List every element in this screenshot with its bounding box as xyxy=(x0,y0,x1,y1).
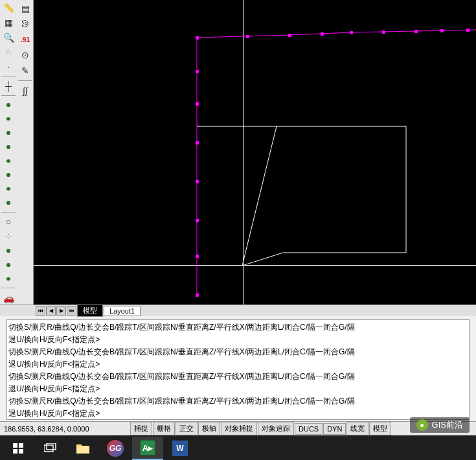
vertex-icon xyxy=(196,102,199,106)
vertex-icon xyxy=(414,30,418,33)
tool-point-icon[interactable]: · xyxy=(1,60,16,74)
cmd-line: 退U/换向H/反向F<指定点> xyxy=(8,383,468,395)
tool-select-icon[interactable]: ▦ xyxy=(1,16,16,30)
tool-car-icon[interactable]: 🚗 xyxy=(1,291,16,305)
vertex-icon xyxy=(196,293,199,297)
vertex-icon xyxy=(196,36,199,40)
drawing-canvas[interactable] xyxy=(34,0,476,305)
vertex-icon xyxy=(382,30,385,34)
svg-rect-1 xyxy=(19,443,23,448)
start-button[interactable] xyxy=(3,437,34,460)
status-snap-button[interactable]: 捕捉 xyxy=(130,422,152,435)
left-toolbar: 📏 ▦ 🔍 A · ┼ ○ ⁘ xyxy=(0,0,34,305)
app-gg-button[interactable]: GG xyxy=(100,437,131,460)
wechat-text: GIS前沿 xyxy=(432,419,463,431)
status-lineweight-button[interactable]: 线宽 xyxy=(346,422,368,435)
vertex-icon xyxy=(321,32,324,36)
cmd-line: 切换S/测尺R/曲线Q/边长交会B/跟踪T/区间跟踪N/垂直距离Z/平行线X/两… xyxy=(8,371,468,383)
status-otrack-button[interactable]: 对象追踪 xyxy=(258,422,294,435)
status-ducs-button[interactable]: DUCS xyxy=(295,423,323,435)
tool-layer-dot-5-icon[interactable] xyxy=(6,159,10,163)
magenta-polyline xyxy=(34,0,476,305)
command-history[interactable]: 切换S/测尺R/曲线Q/边长交会B/跟踪T/区间跟踪N/垂直距离Z/平行线X/两… xyxy=(6,319,470,420)
tool-dots-icon[interactable]: ⁘ xyxy=(1,230,16,244)
windows-taskbar: GG A▸ W xyxy=(0,435,476,460)
tab-nav-last-icon[interactable]: ⏭ xyxy=(67,306,76,316)
status-grid-button[interactable]: 栅格 xyxy=(153,422,175,435)
tool-layer-dot-3-icon[interactable] xyxy=(6,131,10,135)
tool-layer-dot-7-icon[interactable] xyxy=(6,187,10,191)
tab-nav-first-icon[interactable]: ⏮ xyxy=(36,306,45,316)
cmd-line: 退U/换向H/反向F<指定点> xyxy=(8,408,468,420)
cmd-line: 切换S/测尺R/曲线Q/边长交会B/跟踪T/区间跟踪N/垂直距离Z/平行线X/两… xyxy=(8,395,468,408)
app-cad-button[interactable]: A▸ xyxy=(132,437,163,460)
tab-nav-next-icon[interactable]: ▶ xyxy=(56,306,66,316)
tool-layer-dot-1-icon[interactable] xyxy=(6,103,10,107)
vertex-icon xyxy=(246,35,249,38)
tool-layer-dot-6-icon[interactable] xyxy=(6,173,10,177)
tool-node-icon[interactable]: ⊙ xyxy=(18,48,32,62)
tool-curve-icon[interactable]: ∫∫ xyxy=(18,84,32,98)
tab-layout1[interactable]: Layout1 xyxy=(104,306,141,316)
tool-scale-icon[interactable]: .91 xyxy=(18,32,32,47)
tool-symbol-icon[interactable]: 🕄 xyxy=(18,17,32,31)
vertex-icon xyxy=(196,219,199,222)
svg-rect-3 xyxy=(19,449,23,454)
tool-layer-dot-9-icon[interactable] xyxy=(6,249,10,253)
tool-layer-dot-11-icon[interactable] xyxy=(6,277,10,281)
vertex-icon xyxy=(196,141,199,144)
vertex-icon xyxy=(196,70,199,73)
wechat-icon: ● xyxy=(416,419,428,431)
crosshair-vertical xyxy=(243,0,244,305)
tool-layer-dot-2-icon[interactable] xyxy=(6,117,10,121)
vertex-icon xyxy=(440,29,444,32)
vertex-icon xyxy=(196,255,199,258)
tool-circle-icon[interactable]: ○ xyxy=(1,215,16,229)
cmd-line: 切换S/测尺R/曲线Q/边长交会B/跟踪T/区间跟踪N/垂直距离Z/平行线X/两… xyxy=(8,346,468,358)
tab-model[interactable]: 模型 xyxy=(77,305,103,317)
cmd-line: 退U/换向H/反向F<指定点> xyxy=(8,358,468,371)
tab-nav-prev-icon[interactable]: ◀ xyxy=(46,306,56,316)
tool-measure-icon[interactable]: 📏 xyxy=(1,1,16,15)
taskview-button[interactable] xyxy=(35,437,66,460)
svg-rect-6 xyxy=(76,446,89,454)
tool-draw-icon[interactable]: ✎ xyxy=(18,63,32,78)
svg-rect-4 xyxy=(44,445,53,452)
word-button[interactable]: W xyxy=(164,437,196,460)
tool-zoom-icon[interactable]: 🔍 xyxy=(1,30,16,44)
model-tabs-bar: ⏮ ◀ ▶ ⏭ 模型 Layout1 xyxy=(0,305,476,316)
svg-rect-2 xyxy=(13,449,17,454)
vertex-icon xyxy=(466,29,470,32)
tool-text-icon[interactable]: A xyxy=(1,45,16,59)
status-model-button[interactable]: 模型 xyxy=(369,422,391,435)
status-ortho-button[interactable]: 正交 xyxy=(176,422,198,435)
cmd-line: 退U/换向H/反向F<指定点> xyxy=(8,334,468,346)
white-polygon xyxy=(34,0,476,305)
vertex-icon xyxy=(350,31,353,34)
crosshair-horizontal xyxy=(34,265,476,266)
vertex-icon xyxy=(196,180,199,183)
status-polar-button[interactable]: 极轴 xyxy=(198,422,220,435)
tool-layer-dot-10-icon[interactable] xyxy=(6,263,10,267)
vertex-icon xyxy=(288,34,291,37)
tool-grid-icon[interactable]: ┼ xyxy=(1,79,16,93)
wechat-watermark: ● GIS前沿 xyxy=(410,417,470,433)
file-explorer-button[interactable] xyxy=(67,437,98,460)
svg-rect-0 xyxy=(13,443,17,448)
status-dyn-button[interactable]: DYN xyxy=(323,423,346,435)
svg-rect-5 xyxy=(47,443,56,450)
tool-layer-dot-8-icon[interactable] xyxy=(6,201,10,205)
cmd-line: 切换S/测尺R/曲线Q/边长交会B/跟踪T/区间跟踪N/垂直距离Z/平行线X/两… xyxy=(8,321,468,334)
tool-pattern-icon[interactable]: ▤ xyxy=(18,1,32,16)
tool-layer-dot-4-icon[interactable] xyxy=(6,145,10,149)
status-osnap-button[interactable]: 对象捕捉 xyxy=(221,422,257,435)
status-bar: 186.9553, 63.6284, 0.0000 捕捉 栅格 正交 极轴 对象… xyxy=(0,421,476,435)
coordinates-display: 186.9553, 63.6284, 0.0000 xyxy=(0,425,130,433)
